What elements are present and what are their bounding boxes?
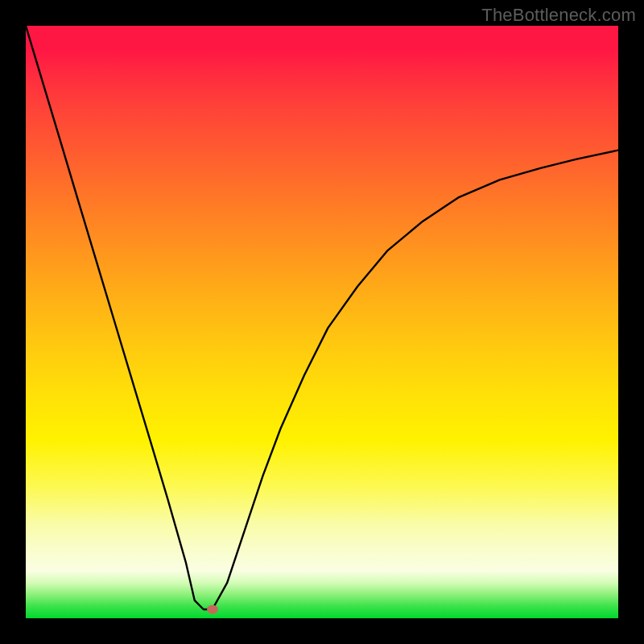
watermark-text: TheBottleneck.com [481, 5, 636, 26]
optimum-marker-dot [207, 605, 218, 613]
chart-frame: TheBottleneck.com [0, 0, 644, 644]
bottleneck-curve [26, 26, 618, 618]
plot-area [26, 26, 618, 618]
